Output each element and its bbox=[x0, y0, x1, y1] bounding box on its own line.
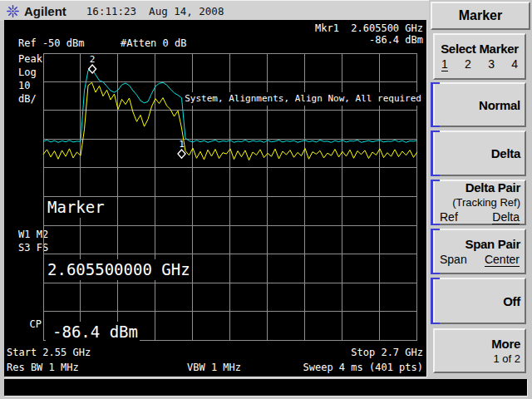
marker-readout-ampl: -86.4 dBm bbox=[46, 322, 140, 342]
marker-number-2[interactable]: 2 bbox=[465, 57, 471, 71]
analyzer-display: Mkr1 2.605500 GHz -86.4 dBm Ref -50 dBm … bbox=[4, 20, 426, 377]
attenuation-label: #Atten 0 dB bbox=[121, 37, 186, 49]
stop-freq-label: Stop 2.7 GHz bbox=[351, 347, 423, 358]
softkey-delta-pair-label: Delta Pair bbox=[439, 180, 520, 195]
marker-number-4[interactable]: 4 bbox=[511, 57, 518, 71]
brand-label: Agilent bbox=[24, 4, 66, 18]
marker1-ampl-readout: -86.4 dBm bbox=[369, 34, 423, 46]
softkey-normal-label: Normal bbox=[439, 98, 520, 112]
ref-level-label: Ref -50 dBm bbox=[18, 37, 84, 49]
marker-readout-title: Marker bbox=[46, 197, 106, 218]
cp-status-label: CP bbox=[18, 318, 42, 330]
marker-readout-freq: 2.605500000 GHz bbox=[46, 259, 192, 280]
marker-2-diamond-icon bbox=[89, 65, 96, 73]
softkey-span-pair-label: Span Pair bbox=[439, 237, 520, 251]
softkey-more-page: 1 of 2 bbox=[439, 352, 520, 365]
softkey-off[interactable]: Off bbox=[433, 278, 526, 324]
softkey-off-label: Off bbox=[439, 294, 520, 308]
softkey-panel: Marker Select Marker 1 2 3 4 Normal Delt… bbox=[429, 0, 532, 399]
marker-readout-block: Marker 2.605500000 GHz -86.4 dBm bbox=[46, 155, 192, 384]
system-alert-message: System, Alignments, Align Now, All requi… bbox=[183, 92, 423, 106]
softkey-more[interactable]: More 1 of 2 bbox=[433, 328, 526, 373]
agilent-logo-icon bbox=[7, 5, 19, 17]
marker-number-3[interactable]: 3 bbox=[488, 57, 495, 71]
softkey-delta-pair-subtitle: (Tracking Ref) bbox=[439, 196, 520, 209]
softkey-more-label: More bbox=[439, 337, 520, 351]
marker1-freq-readout: Mkr1 2.605500 GHz bbox=[315, 22, 423, 34]
video-bw-label: VBW 1 MHz bbox=[187, 362, 241, 373]
marker-2-label: 2 bbox=[90, 54, 96, 65]
softkey-span-pair[interactable]: Span Pair Span Center bbox=[433, 229, 526, 274]
softkey-delta-label: Delta bbox=[439, 146, 520, 160]
sweep-time-label: Sweep 4 ms (401 pts) bbox=[303, 362, 424, 373]
delta-pair-delta-option[interactable]: Delta bbox=[492, 210, 520, 224]
delta-pair-ref-option[interactable]: Ref bbox=[440, 210, 458, 224]
amplitude-scale-labels: Peak Log 10 dB/ bbox=[18, 52, 42, 106]
menu-title: Marker bbox=[431, 2, 530, 30]
marker-number-row: 1 2 3 4 bbox=[439, 57, 520, 71]
softkey-select-marker-label: Select Marker bbox=[439, 42, 520, 56]
span-pair-center-option[interactable]: Center bbox=[485, 253, 520, 267]
marker-1-label: 1 bbox=[179, 139, 185, 150]
softkey-normal[interactable]: Normal bbox=[433, 82, 526, 127]
softkey-select-marker[interactable]: Select Marker 1 2 3 4 bbox=[433, 33, 526, 80]
datetime-label: 16:11:23 Aug 14, 2008 bbox=[86, 5, 224, 17]
softkey-delta-pair[interactable]: Delta Pair (Tracking Ref) Ref Delta bbox=[433, 180, 526, 225]
span-pair-span-option[interactable]: Span bbox=[440, 253, 467, 267]
active-group-bracket bbox=[431, 229, 440, 274]
softkey-delta[interactable]: Delta bbox=[433, 131, 526, 176]
marker-number-1[interactable]: 1 bbox=[441, 57, 448, 71]
